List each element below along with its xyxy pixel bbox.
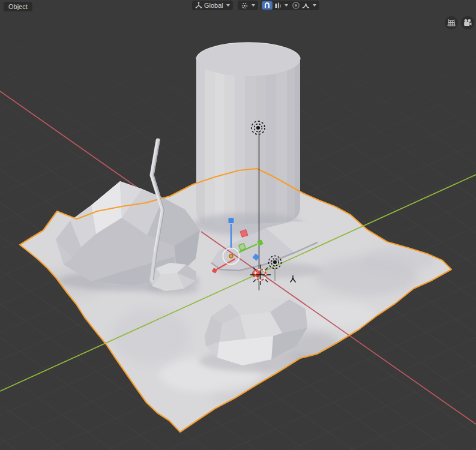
camera-view-button[interactable] <box>461 16 474 29</box>
cylinder[interactable] <box>196 43 300 226</box>
chevron-down-icon <box>285 4 288 7</box>
pivot-point-icon <box>241 2 249 10</box>
snapping-controls[interactable] <box>261 1 291 10</box>
chevron-down-icon <box>252 4 255 7</box>
3d-cursor <box>250 265 271 285</box>
snap-toggle[interactable] <box>262 1 273 10</box>
viewport-canvas <box>0 0 476 450</box>
transform-orientation-dropdown[interactable]: Global <box>192 1 233 10</box>
pivot-point-dropdown[interactable] <box>238 1 258 10</box>
camera-view-icon <box>463 19 472 27</box>
mode-menu[interactable]: Object <box>4 2 32 11</box>
snap-increment-icon <box>274 2 282 9</box>
blender-3d-viewport: Object Global <box>0 0 476 450</box>
magnet-icon <box>264 2 271 9</box>
object-origin-dot <box>229 254 233 258</box>
proportional-edit-controls[interactable] <box>289 1 319 10</box>
transform-orientation-label: Global <box>204 1 223 10</box>
chevron-down-icon <box>226 4 230 7</box>
mode-menu-label: Object <box>8 2 28 11</box>
proportional-editing-icon <box>292 1 300 10</box>
grid-ortho-icon <box>447 19 456 27</box>
orientation-axes-icon <box>195 2 202 9</box>
chevron-down-icon <box>313 4 316 7</box>
falloff-curve-icon <box>302 2 310 9</box>
projection-toggle-button[interactable] <box>445 16 458 29</box>
